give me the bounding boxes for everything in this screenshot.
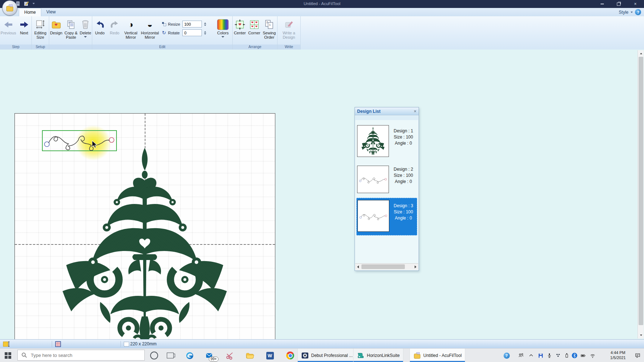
status-grid-icon[interactable] — [55, 341, 61, 347]
style-menu[interactable]: Style — [619, 10, 628, 15]
taskbar-app-acufiltool-label: Untitled - AcuFilTool — [423, 353, 462, 358]
undo-button[interactable]: Undo — [92, 18, 107, 35]
minimize-button[interactable] — [595, 0, 609, 8]
design-list-close-button[interactable]: × — [414, 109, 416, 114]
tab-home[interactable]: Home — [19, 8, 41, 16]
scroll-down-button[interactable] — [638, 332, 644, 338]
vertical-mirror-button[interactable]: ◑ Vertical Mirror — [122, 18, 140, 39]
design-3-thumbnail — [357, 200, 389, 232]
scroll-left-button[interactable] — [355, 264, 361, 269]
main-vertical-scrollbar[interactable] — [637, 50, 644, 338]
embroidery-app-button[interactable] — [225, 351, 234, 360]
resize-spinner[interactable] — [204, 22, 206, 26]
center-button[interactable]: Center — [233, 18, 247, 35]
design-list-item-2[interactable]: Design : 2 Size : 100 Angle : 0 — [356, 164, 417, 197]
design-list-horizontal-scrollbar[interactable] — [355, 263, 418, 270]
tray-expand-button[interactable] — [527, 351, 535, 360]
ribbon: Previous Next Step Editing Size Setup — [0, 16, 644, 50]
delete-button[interactable]: Delete — [79, 18, 92, 38]
wifi-icon — [590, 353, 596, 358]
write-design-button[interactable]: Write a Design — [278, 18, 300, 39]
design-canvas[interactable] — [14, 113, 275, 362]
editing-size-button[interactable]: Editing Size — [32, 18, 49, 39]
svg-text:1: 1 — [269, 24, 271, 26]
action-center-button[interactable] — [633, 351, 642, 360]
scissors-icon — [225, 352, 234, 360]
dropbox-icon — [555, 353, 561, 358]
design-1-label: Design : 1 — [390, 128, 416, 134]
bluetooth-icon — [572, 353, 577, 358]
taskbar-app-acufiltool[interactable]: Untitled - AcuFilTool — [410, 349, 465, 362]
ribbon-group-step: Previous Next Step — [0, 16, 32, 50]
rotate-spinbox[interactable] — [182, 29, 202, 36]
taskbar-search[interactable] — [17, 350, 145, 361]
taskbar-app-horizonlinksuite[interactable]: HorizonLinkSuite — [353, 349, 403, 362]
rotate-input[interactable] — [183, 31, 202, 35]
design-list-scroll-thumb[interactable] — [361, 264, 405, 269]
delete-dropdown-icon[interactable] — [84, 36, 87, 38]
next-button[interactable]: Next — [17, 18, 31, 35]
tray-save-button[interactable] — [536, 351, 545, 360]
status-selection-icon[interactable] — [3, 341, 10, 347]
sewing-order-button[interactable]: 21 Sewing Order — [262, 18, 277, 39]
scroll-right-button[interactable] — [413, 264, 418, 269]
tray-usb-button[interactable] — [562, 351, 571, 360]
design-2-angle: Angle : 0 — [390, 179, 416, 185]
colors-button[interactable]: Colors — [213, 18, 232, 38]
squiggle-design-selected[interactable] — [42, 130, 117, 151]
scroll-right-icon — [415, 265, 416, 268]
vertical-scroll-thumb[interactable] — [639, 57, 643, 325]
tray-bluetooth-button[interactable] — [570, 351, 579, 360]
resize-input[interactable] — [183, 22, 202, 26]
close-button[interactable]: × — [628, 0, 643, 8]
application-menu-button[interactable] — [2, 0, 17, 16]
action-center-icon — [635, 353, 641, 358]
word-icon: W — [266, 352, 274, 359]
group-label-write: Write — [277, 44, 300, 50]
taskbar-app-horizonlinksuite-label: HorizonLinkSuite — [367, 353, 400, 358]
taskbar-app-debut[interactable]: Debut Professional ... — [297, 349, 356, 362]
redo-icon — [110, 18, 119, 31]
redo-button[interactable]: Redo — [107, 18, 122, 35]
tray-help-button[interactable]: ? — [502, 351, 511, 360]
tray-microphone-button[interactable] — [545, 351, 554, 360]
design-list-item-1[interactable]: Design : 1 Size : 100 Angle : 0 — [356, 123, 417, 159]
tray-people-button[interactable] — [517, 351, 525, 360]
style-dropdown-icon[interactable] — [631, 12, 633, 13]
tray-power-button[interactable] — [579, 351, 588, 360]
search-input[interactable] — [30, 352, 141, 358]
task-view-button[interactable] — [166, 351, 174, 360]
tray-dropbox-button[interactable] — [554, 351, 562, 360]
resize-spinbox[interactable] — [182, 21, 202, 27]
restore-button[interactable] — [611, 0, 626, 8]
chrome-taskbar-button[interactable] — [286, 351, 295, 360]
cortana-button[interactable] — [150, 351, 158, 360]
rotate-icon: ↻ — [161, 30, 166, 35]
help-button[interactable]: ? — [635, 9, 641, 15]
ribbon-group-write: Write a Design Write — [277, 16, 301, 50]
design-1-angle: Angle : 0 — [390, 140, 416, 146]
start-button[interactable] — [4, 351, 12, 360]
word-taskbar-button[interactable]: W — [266, 351, 274, 360]
ribbon-tab-row: Home View Style ? — [0, 8, 644, 17]
scroll-up-button[interactable] — [638, 51, 644, 56]
tray-wifi-button[interactable] — [588, 351, 597, 360]
copy-paste-button[interactable]: Copy & Paste — [63, 18, 79, 39]
edge-taskbar-button[interactable] — [185, 351, 194, 360]
rotate-field-row: ↻ Rotate — [161, 29, 206, 36]
tab-view[interactable]: View — [41, 8, 61, 16]
mail-taskbar-button[interactable]: 99+ — [205, 351, 213, 360]
damask-design-1[interactable] — [47, 147, 243, 350]
design-list-panel: Design List × Design : 1 Size : 100 Angl… — [355, 107, 419, 271]
design-list-item-3-selected[interactable]: Design : 3 Size : 100 Angle : 0 — [356, 198, 417, 235]
previous-button[interactable]: Previous — [0, 18, 17, 35]
design-list-header[interactable]: Design List × — [355, 107, 419, 115]
rotate-spinner[interactable] — [204, 31, 206, 35]
colors-dropdown-icon[interactable] — [221, 36, 224, 38]
horizontal-mirror-button[interactable]: ◒ Horizontal Mirror — [140, 18, 160, 39]
file-explorer-button[interactable] — [245, 351, 254, 360]
corner-button[interactable]: Corner — [247, 18, 262, 35]
design-button[interactable]: Design — [49, 18, 63, 35]
taskbar-clock[interactable]: 4:44 PM 1/5/2021 — [603, 350, 632, 360]
design-1-thumbnail — [357, 125, 389, 157]
